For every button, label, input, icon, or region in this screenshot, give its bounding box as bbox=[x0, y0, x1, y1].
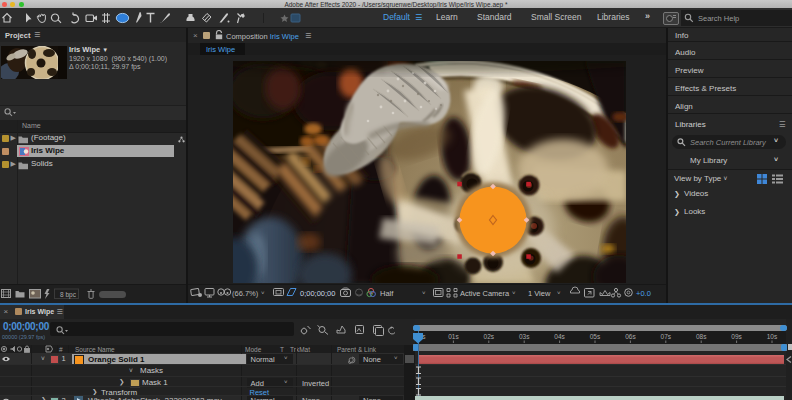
svg-text:05s: 05s bbox=[590, 333, 601, 340]
svg-text:˅: ˅ bbox=[422, 290, 426, 296]
svg-text:#: # bbox=[59, 345, 63, 352]
svg-text:Active Camera: Active Camera bbox=[460, 289, 510, 298]
svg-text:TrkMat: TrkMat bbox=[290, 345, 310, 352]
svg-text:˅: ˅ bbox=[512, 290, 516, 296]
svg-text:09s: 09s bbox=[731, 333, 742, 340]
svg-text:Mode: Mode bbox=[245, 345, 262, 352]
svg-text:08s: 08s bbox=[696, 333, 707, 340]
svg-text:1 View: 1 View bbox=[528, 289, 551, 298]
svg-text:10s: 10s bbox=[767, 333, 778, 340]
svg-text:04s: 04s bbox=[554, 333, 565, 340]
svg-text:02s: 02s bbox=[484, 333, 495, 340]
svg-text:Half: Half bbox=[380, 289, 394, 298]
svg-text:(66.7%): (66.7%) bbox=[232, 289, 259, 298]
svg-text:03s: 03s bbox=[519, 333, 530, 340]
svg-text:Source Name: Source Name bbox=[75, 345, 115, 352]
svg-text:˅: ˅ bbox=[261, 290, 265, 296]
svg-text:T: T bbox=[280, 345, 284, 352]
svg-text:+0.0: +0.0 bbox=[636, 289, 651, 298]
svg-text:06s: 06s bbox=[625, 333, 636, 340]
svg-text:0;00;00;00: 0;00;00;00 bbox=[300, 289, 335, 298]
svg-text:Parent & Link: Parent & Link bbox=[337, 345, 377, 352]
svg-text:˅: ˅ bbox=[557, 290, 561, 296]
svg-text:07s: 07s bbox=[661, 333, 672, 340]
svg-text:01s: 01s bbox=[448, 333, 459, 340]
svg-text:8 bpc: 8 bpc bbox=[60, 290, 77, 298]
